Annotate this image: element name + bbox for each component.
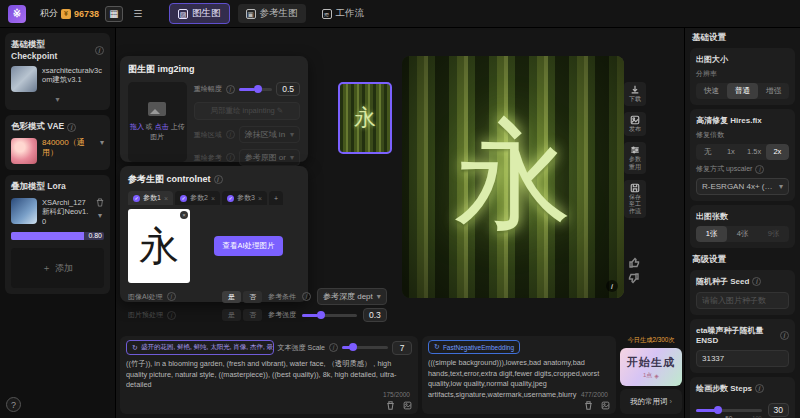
checkpoint-model-row[interactable]: xsarchitecturalv3com建筑v3.1: [11, 66, 104, 92]
points-label: 积分: [40, 7, 58, 20]
help-button[interactable]: ?: [6, 397, 21, 412]
upscaler-dropdown[interactable]: R-ESRGAN 4x+ (适合多种风▾: [696, 178, 789, 195]
batch-count-title: 出图张数: [696, 211, 789, 222]
condition-dropdown[interactable]: 参考深度 dept▾: [317, 288, 387, 305]
points-display[interactable]: 积分 ¥ 96738: [40, 7, 99, 20]
seed-label: 随机种子 Seed: [696, 276, 749, 287]
checkpoint-collapse-chevron-icon[interactable]: ▾: [11, 95, 104, 104]
info-icon[interactable]: i: [226, 85, 235, 94]
cfg-scale-slider[interactable]: [342, 346, 388, 349]
seed-input[interactable]: [696, 292, 789, 309]
controlnet-reference-image[interactable]: 永 ×: [128, 209, 190, 283]
image-upload-dropzone[interactable]: 拖入 或 点击 上传图片: [128, 82, 187, 162]
count-4[interactable]: 4张: [727, 226, 758, 242]
negative-embedding-chip[interactable]: ↻ FastNegativeEmbedding: [428, 340, 520, 354]
lora-model-row[interactable]: XSArchi_127新科幻Neov1.0 ▾: [11, 198, 104, 226]
trash-icon[interactable]: [96, 198, 104, 207]
remove-image-icon[interactable]: ×: [180, 211, 188, 219]
resolution-segmented: 快速 普通 增强: [696, 83, 789, 99]
seed-card: 随机种子 Seedi: [690, 270, 795, 315]
info-icon[interactable]: i: [752, 277, 761, 286]
left-sidebar: 基础模型 Checkpointi xsarchitecturalv3com建筑v…: [0, 28, 116, 418]
strength-value[interactable]: 0.3: [363, 308, 387, 322]
prompt-bar: ↻ 盛开的花园, 鲜艳, 鲜纯, 太阳光, 肖像, 杰作, 最佳质量 文本强度 …: [116, 332, 684, 418]
preprocess-toggle[interactable]: 是否: [222, 309, 262, 321]
lora-chevron-icon[interactable]: ▾: [98, 211, 102, 220]
reuse-params-button[interactable]: 参数重用: [624, 142, 646, 173]
info-icon[interactable]: i: [214, 175, 223, 184]
upscale-none[interactable]: 无: [696, 144, 719, 160]
cfg-scale-value[interactable]: 7: [392, 341, 412, 355]
result-thumbnail-selected[interactable]: 永: [338, 82, 392, 154]
upscale-1x[interactable]: 1x: [719, 144, 742, 160]
info-icon[interactable]: i: [95, 46, 104, 55]
advanced-settings-header: 高级设置: [692, 254, 793, 266]
tab-workflow[interactable]: ≋ 工作流: [314, 4, 373, 23]
info-icon[interactable]: i: [67, 123, 76, 132]
grid-view-icon[interactable]: ▦: [105, 6, 123, 22]
generated-image[interactable]: 永 i: [402, 56, 624, 298]
tab-img2img[interactable]: ▨ 图生图: [169, 3, 230, 24]
controlnet-tab-3[interactable]: ✓ 参数3×: [222, 191, 267, 205]
cfg-scale-label: 文本强度 Scale: [278, 343, 325, 353]
upscale-1-5x[interactable]: 1.5x: [743, 144, 766, 160]
preprocess-label: 图片预处理: [128, 310, 163, 320]
controlnet-tab-add[interactable]: +: [269, 191, 283, 205]
app-logo-icon[interactable]: ※: [8, 5, 26, 23]
info-icon[interactable]: i: [755, 384, 764, 393]
resolution-fast[interactable]: 快速: [696, 83, 727, 99]
prompt-image-icon[interactable]: [601, 401, 610, 410]
steps-value[interactable]: 30: [768, 403, 789, 417]
close-tab-icon[interactable]: ×: [164, 195, 168, 202]
menu-icon[interactable]: ☰: [129, 6, 147, 22]
redraw-area-dropdown[interactable]: 涂抹区域 in▾: [239, 126, 300, 143]
view-ai-processed-button[interactable]: 查看AI处理图片: [214, 236, 282, 256]
thumbs-up-icon[interactable]: [628, 256, 640, 268]
lora-weight-fill: [11, 232, 84, 240]
points-value: 96738: [74, 9, 99, 19]
positive-prompt-chip[interactable]: ↻ 盛开的花园, 鲜艳, 鲜纯, 太阳光, 肖像, 杰作, 最佳质量: [126, 340, 274, 355]
prompt-image-icon[interactable]: [403, 401, 412, 410]
count-9[interactable]: 9张: [758, 226, 789, 242]
generated-character: 永: [454, 97, 572, 257]
close-tab-icon[interactable]: ×: [211, 195, 215, 202]
resolution-enhanced[interactable]: 增强: [758, 83, 789, 99]
steps-card: 绘画步数 Stepsi 50 100 30: [690, 377, 795, 418]
controlnet-tab-2[interactable]: ✓ 参数2×: [175, 191, 220, 205]
positive-prompt-input[interactable]: ((竹子)), in a blooming garden, (fresh and…: [126, 359, 412, 399]
redraw-ref-dropdown[interactable]: 参考原图 or▾: [239, 149, 300, 166]
controlnet-panel: 参考生图 controlnet i ✓ 参数1× ✓ 参数2× ✓ 参数3× +…: [120, 166, 308, 302]
thumbs-down-icon[interactable]: [628, 273, 640, 285]
download-icon: [630, 85, 640, 95]
controlnet-tab-1[interactable]: ✓ 参数1×: [128, 191, 173, 205]
image-info-icon[interactable]: i: [606, 280, 618, 292]
denoise-slider[interactable]: [239, 88, 273, 91]
close-tab-icon[interactable]: ×: [258, 195, 262, 202]
img2img-panel: 图生图 img2img 拖入 或 点击 上传图片 重绘幅度 i 0.5 局部重绘…: [120, 56, 308, 162]
clear-prompt-trash-icon[interactable]: [584, 401, 593, 410]
negative-char-counter: 477/2000: [581, 391, 608, 398]
publish-button[interactable]: 发布: [624, 112, 646, 136]
denoise-value[interactable]: 0.5: [276, 82, 300, 96]
ai-process-toggle[interactable]: 是否: [222, 291, 262, 303]
resolution-normal[interactable]: 普通: [727, 83, 758, 99]
upscale-2x[interactable]: 2x: [766, 144, 789, 160]
lora-weight-slider[interactable]: 0.80: [11, 232, 104, 240]
add-lora-button[interactable]: ＋ 添加: [11, 248, 104, 288]
save-to-workflow-button[interactable]: 保存至工作流: [624, 180, 646, 219]
ensd-input[interactable]: [696, 350, 789, 367]
tab-reference-gen[interactable]: ▣ 参考生图: [238, 4, 306, 23]
download-button[interactable]: 下载: [624, 82, 646, 106]
strength-slider[interactable]: [302, 314, 357, 317]
negative-prompt-box: ↻ FastNegativeEmbedding (((simple backgr…: [422, 336, 616, 414]
inpainting-button[interactable]: 局部重绘 inpainting ✎: [194, 102, 300, 120]
steps-slider[interactable]: 50 100: [696, 409, 762, 412]
lora-thumbnail: [11, 198, 37, 224]
clear-prompt-trash-icon[interactable]: [386, 401, 395, 410]
count-1[interactable]: 1张: [696, 226, 727, 242]
vae-select-row[interactable]: 840000（通用） ▾: [11, 138, 104, 164]
generate-button[interactable]: 开始生成 1点 ◈: [620, 348, 682, 386]
info-icon[interactable]: i: [780, 331, 789, 340]
favorite-prompts-button[interactable]: 我的常用词 ›: [620, 389, 682, 414]
denoise-label: 重绘幅度: [194, 84, 222, 94]
